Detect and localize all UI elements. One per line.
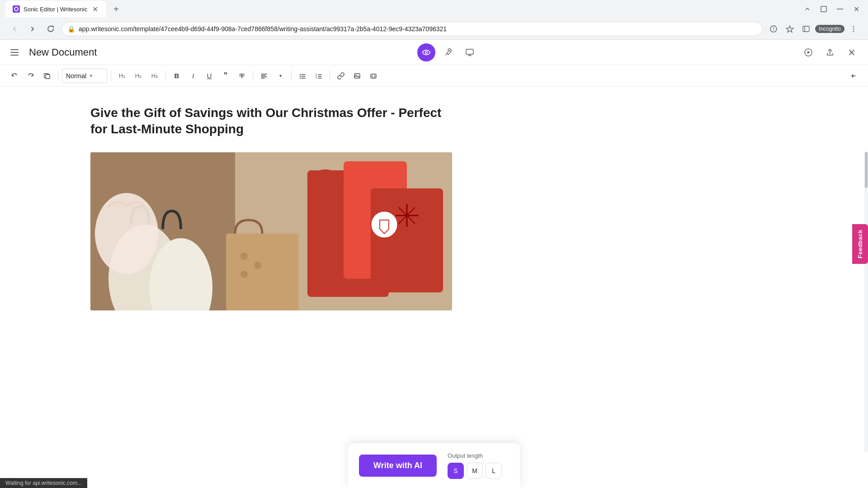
svg-point-4	[773, 30, 774, 31]
size-l-button[interactable]: L	[486, 463, 502, 479]
document-heading[interactable]: Give the Gift of Savings with Our Christ…	[90, 105, 452, 138]
status-bar: Waiting for api.writesonic.com...	[0, 478, 87, 488]
align-button[interactable]	[257, 69, 271, 83]
toolbar-divider-2	[111, 70, 111, 81]
scrollbar-thumb[interactable]	[865, 152, 868, 188]
bullet-list-button[interactable]	[295, 69, 310, 83]
format-select[interactable]: Normal ▾	[62, 69, 107, 83]
menu-dots-icon[interactable]	[846, 22, 861, 36]
svg-rect-0	[821, 6, 826, 12]
svg-point-55	[241, 271, 248, 278]
svg-point-12	[426, 52, 427, 53]
shield-icon[interactable]	[766, 22, 781, 36]
forward-button[interactable]	[25, 22, 40, 36]
feedback-button[interactable]: Feedback	[852, 224, 868, 264]
svg-rect-18	[46, 75, 50, 79]
svg-point-52	[95, 193, 158, 274]
svg-point-7	[853, 26, 854, 27]
svg-point-24	[300, 74, 301, 75]
collapse-toolbar-button[interactable]	[846, 69, 861, 83]
tab-close-button[interactable]: ✕	[91, 5, 99, 13]
h2-button[interactable]: H₂	[131, 69, 146, 83]
h3-button[interactable]: H₃	[147, 69, 162, 83]
window-minimize-dash[interactable]	[834, 3, 846, 15]
svg-text:3.: 3.	[316, 76, 317, 79]
rocket-button[interactable]	[439, 43, 457, 61]
svg-rect-5	[803, 26, 809, 32]
hamburger-menu[interactable]	[7, 45, 22, 60]
status-text: Waiting for api.writesonic.com...	[5, 480, 82, 486]
ordered-list-button[interactable]: 1.2.3.	[311, 69, 326, 83]
window-minimize-button[interactable]	[801, 3, 814, 15]
link-button[interactable]	[334, 69, 348, 83]
svg-point-25	[300, 75, 301, 76]
undo-button[interactable]	[7, 69, 22, 83]
document-image	[90, 152, 452, 310]
size-m-button[interactable]: M	[467, 463, 483, 479]
app-header: New Document	[0, 40, 868, 65]
redo-button[interactable]	[24, 69, 38, 83]
size-s-button[interactable]: S	[448, 463, 464, 479]
refresh-button[interactable]	[43, 22, 58, 36]
svg-point-9	[853, 30, 854, 32]
quote-button[interactable]: "	[218, 69, 233, 83]
tab-favicon	[13, 5, 20, 13]
h1-button[interactable]: H₁	[115, 69, 129, 83]
svg-point-13	[449, 50, 451, 51]
toolbar-divider-3	[165, 70, 166, 81]
toolbar-divider-1	[58, 70, 58, 81]
bold-button[interactable]: B	[170, 69, 184, 83]
close-button[interactable]	[843, 43, 861, 61]
svg-rect-45	[371, 188, 443, 292]
image-button[interactable]	[350, 69, 364, 83]
share-button[interactable]	[821, 43, 839, 61]
ai-panel: Write with AI Output length S M L	[348, 443, 520, 488]
address-bar[interactable]: 🔒 app.writesonic.com/template/47cee4b9-d…	[61, 22, 763, 36]
eye-mode-button[interactable]	[417, 43, 435, 61]
svg-point-53	[241, 253, 248, 260]
sidebar-icon[interactable]	[799, 22, 813, 36]
embed-button[interactable]	[366, 69, 381, 83]
editor-content[interactable]: Give the Gift of Savings with Our Christ…	[0, 87, 868, 488]
presentation-button[interactable]	[461, 43, 479, 61]
window-close-button[interactable]: ✕	[850, 3, 863, 15]
svg-rect-51	[226, 234, 298, 310]
star-icon[interactable]	[783, 22, 797, 36]
format-chevron-icon: ▾	[90, 73, 92, 78]
url-text: app.writesonic.com/template/47cee4b9-d69…	[79, 25, 757, 33]
scrollbar[interactable]	[864, 152, 868, 452]
editor-toolbar: Normal ▾ H₁ H₂ H₃ B I U " ▾ 1.2.3.	[0, 65, 868, 87]
back-button[interactable]	[7, 22, 22, 36]
tab-title: Sonic Editor | Writesonic	[24, 6, 87, 13]
svg-point-54	[254, 262, 261, 269]
lock-icon: 🔒	[67, 25, 75, 33]
output-length-selector: Output length S M L	[448, 452, 502, 479]
window-restore-button[interactable]	[817, 3, 830, 15]
new-tab-button[interactable]: +	[110, 3, 123, 15]
svg-point-8	[853, 28, 854, 29]
write-with-ai-button[interactable]: Write with AI	[359, 455, 437, 477]
toolbar-divider-6	[330, 70, 330, 81]
doc-title[interactable]: New Document	[29, 47, 97, 58]
align-dropdown-button[interactable]: ▾	[273, 69, 288, 83]
svg-point-26	[300, 77, 301, 78]
toolbar-divider-4	[253, 70, 253, 81]
svg-rect-14	[466, 49, 473, 54]
strikethrough-button[interactable]	[235, 69, 249, 83]
incognito-badge[interactable]: Incognito	[815, 25, 844, 33]
length-options: S M L	[448, 463, 502, 479]
copy-button[interactable]	[40, 69, 54, 83]
italic-button[interactable]: I	[186, 69, 200, 83]
toolbar-divider-5	[291, 70, 292, 81]
output-length-label: Output length	[448, 452, 502, 459]
play-button[interactable]	[799, 43, 817, 61]
browser-tab-active[interactable]: Sonic Editor | Writesonic ✕	[5, 1, 106, 17]
underline-button[interactable]: U	[202, 69, 217, 83]
